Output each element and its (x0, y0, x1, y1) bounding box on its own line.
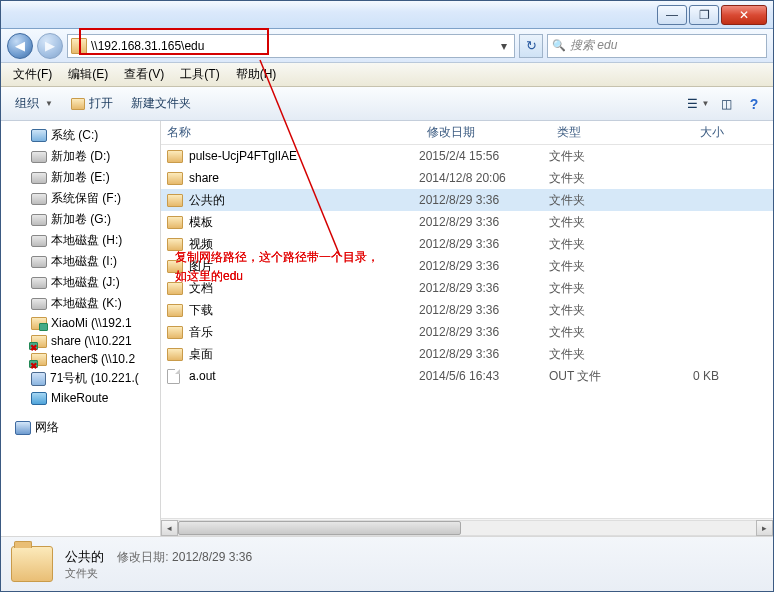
col-type[interactable]: 类型 (551, 124, 651, 141)
file-name: share (185, 171, 419, 185)
menu-item[interactable]: 文件(F) (5, 63, 60, 86)
tree-item[interactable]: 新加卷 (G:) (1, 209, 160, 230)
help-button[interactable]: ? (741, 93, 767, 115)
tree-item-label: teacher$ (\\10.2 (51, 352, 135, 366)
file-name: 桌面 (185, 346, 419, 363)
nav-tree[interactable]: 系统 (C:)新加卷 (D:)新加卷 (E:)系统保留 (F:)新加卷 (G:)… (1, 121, 161, 536)
menu-item[interactable]: 帮助(H) (228, 63, 285, 86)
file-date: 2012/8/29 3:36 (419, 347, 549, 361)
file-name: 音乐 (185, 324, 419, 341)
folder-icon (71, 98, 85, 110)
details-pane: 公共的 修改日期: 2012/8/29 3:36 文件夹 (1, 536, 773, 591)
tree-item[interactable]: 本地磁盘 (I:) (1, 251, 160, 272)
file-row[interactable]: 文档2012/8/29 3:36文件夹 (161, 277, 773, 299)
tree-item-label: 本地磁盘 (K:) (51, 295, 122, 312)
tree-item[interactable]: 本地磁盘 (J:) (1, 272, 160, 293)
file-type: 文件夹 (549, 324, 649, 341)
file-type: 文件夹 (549, 280, 649, 297)
tree-item[interactable]: 本地磁盘 (H:) (1, 230, 160, 251)
tree-item[interactable]: MikeRoute (1, 389, 160, 407)
organize-button[interactable]: 组织 ▼ (7, 91, 61, 116)
drive-icon (31, 172, 47, 184)
menu-item[interactable]: 工具(T) (172, 63, 227, 86)
file-row[interactable]: 公共的2012/8/29 3:36文件夹 (161, 189, 773, 211)
search-placeholder: 搜索 edu (570, 37, 617, 54)
tree-item[interactable]: XiaoMi (\\192.1 (1, 314, 160, 332)
tree-item-label: 本地磁盘 (H:) (51, 232, 122, 249)
forward-button[interactable]: ▶ (37, 33, 63, 59)
tree-item[interactable]: teacher$ (\\10.2 (1, 350, 160, 368)
drive-icon (31, 298, 47, 310)
maximize-button[interactable]: ❐ (689, 5, 719, 25)
close-button[interactable]: ✕ (721, 5, 767, 25)
file-name: 图片 (185, 258, 419, 275)
scroll-track[interactable] (178, 520, 756, 536)
file-name: 视频 (185, 236, 419, 253)
tree-item-label: share (\\10.221 (51, 334, 132, 348)
details-date-value: 2012/8/29 3:36 (172, 550, 252, 564)
file-row[interactable]: pulse-UcjP4FTglIAE2015/2/4 15:56文件夹 (161, 145, 773, 167)
refresh-button[interactable]: ↻ (519, 34, 543, 58)
chevron-down-icon: ▼ (702, 99, 710, 108)
tree-item[interactable]: 新加卷 (E:) (1, 167, 160, 188)
menu-item[interactable]: 查看(V) (116, 63, 172, 86)
new-folder-button[interactable]: 新建文件夹 (123, 91, 199, 116)
file-date: 2012/8/29 3:36 (419, 325, 549, 339)
file-row[interactable]: share2014/12/8 20:06文件夹 (161, 167, 773, 189)
address-dropdown-icon[interactable]: ▾ (497, 39, 511, 53)
file-icon (167, 369, 180, 384)
tree-item[interactable]: 系统 (C:) (1, 125, 160, 146)
tree-item-network[interactable]: 网络 (1, 417, 160, 438)
folder-icon (167, 216, 183, 229)
col-size[interactable]: 大小 (651, 124, 731, 141)
file-name: 下载 (185, 302, 419, 319)
scroll-right-button[interactable]: ▸ (756, 520, 773, 536)
file-row[interactable]: 桌面2012/8/29 3:36文件夹 (161, 343, 773, 365)
tree-item[interactable]: share (\\10.221 (1, 332, 160, 350)
h-scrollbar[interactable]: ◂ ▸ (161, 518, 773, 536)
netshare-icon (31, 317, 47, 330)
details-date-label: 修改日期: (117, 550, 168, 564)
minimize-button[interactable]: — (657, 5, 687, 25)
tree-item[interactable]: 本地磁盘 (K:) (1, 293, 160, 314)
file-name: pulse-UcjP4FTglIAE (185, 149, 419, 163)
preview-pane-button[interactable]: ◫ (713, 93, 739, 115)
file-type: 文件夹 (549, 170, 649, 187)
scroll-left-button[interactable]: ◂ (161, 520, 178, 536)
open-button[interactable]: 打开 (63, 91, 121, 116)
file-row[interactable]: a.out2014/5/6 16:43OUT 文件0 KB (161, 365, 773, 387)
file-row[interactable]: 图片2012/8/29 3:36文件夹 (161, 255, 773, 277)
file-row[interactable]: 模板2012/8/29 3:36文件夹 (161, 211, 773, 233)
details-text: 公共的 修改日期: 2012/8/29 3:36 文件夹 (65, 548, 252, 581)
file-row[interactable]: 下载2012/8/29 3:36文件夹 (161, 299, 773, 321)
column-headers: 名称 修改日期 类型 大小 (161, 121, 773, 145)
router-icon (31, 392, 47, 405)
tree-item-label: 新加卷 (E:) (51, 169, 110, 186)
file-row[interactable]: 视频2012/8/29 3:36文件夹 (161, 233, 773, 255)
file-type: 文件夹 (549, 236, 649, 253)
file-list[interactable]: pulse-UcjP4FTglIAE2015/2/4 15:56文件夹share… (161, 145, 773, 518)
scroll-thumb[interactable] (178, 521, 461, 535)
file-date: 2015/2/4 15:56 (419, 149, 549, 163)
tree-item[interactable]: 71号机 (10.221.( (1, 368, 160, 389)
tree-item-label: 71号机 (10.221.( (50, 370, 139, 387)
tree-item[interactable]: 系统保留 (F:) (1, 188, 160, 209)
folder-icon (167, 260, 183, 273)
tree-item-label: MikeRoute (51, 391, 108, 405)
minimize-icon: — (666, 8, 678, 22)
folder-icon (71, 38, 87, 54)
file-date: 2012/8/29 3:36 (419, 281, 549, 295)
view-mode-button[interactable]: ☰ ▼ (685, 93, 711, 115)
menu-item[interactable]: 编辑(E) (60, 63, 116, 86)
address-bar[interactable]: \\192.168.31.165\edu ▾ (67, 34, 515, 58)
col-name[interactable]: 名称 (161, 124, 421, 141)
chevron-down-icon: ▼ (45, 99, 53, 108)
address-path: \\192.168.31.165\edu (91, 39, 493, 53)
tree-item-label: 新加卷 (D:) (51, 148, 110, 165)
col-date[interactable]: 修改日期 (421, 124, 551, 141)
titlebar: — ❐ ✕ (1, 1, 773, 29)
tree-item[interactable]: 新加卷 (D:) (1, 146, 160, 167)
search-input[interactable]: 🔍 搜索 edu (547, 34, 767, 58)
file-row[interactable]: 音乐2012/8/29 3:36文件夹 (161, 321, 773, 343)
back-button[interactable]: ◀ (7, 33, 33, 59)
